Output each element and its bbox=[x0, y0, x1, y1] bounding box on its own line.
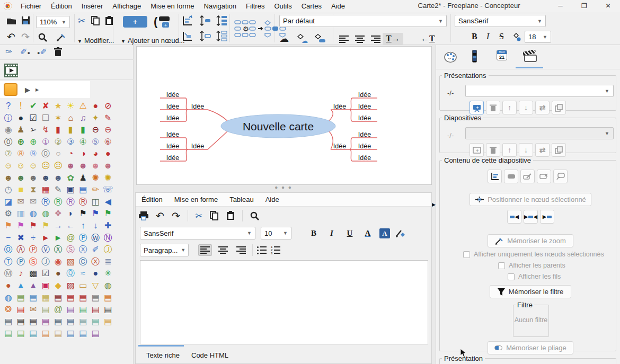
palette-icon[interactable]: ♟ bbox=[15, 124, 28, 136]
palette-icon[interactable]: ⚑ bbox=[77, 208, 90, 220]
palette-icon[interactable]: ☺ bbox=[27, 160, 40, 172]
palette-icon[interactable]: ● bbox=[15, 112, 28, 125]
add-sibling-node-button[interactable]: ＋ bbox=[123, 16, 147, 28]
cut-icon[interactable]: ✂ bbox=[78, 16, 85, 25]
node-align-center-icon[interactable] bbox=[355, 35, 365, 43]
note-paste-icon[interactable] bbox=[226, 211, 235, 220]
idea-node[interactable]: Idée bbox=[191, 103, 204, 110]
idea-node[interactable]: Idée bbox=[358, 103, 371, 110]
expand-arrow-small-icon[interactable]: ▶ bbox=[36, 87, 39, 92]
idea-node[interactable]: Idée bbox=[358, 154, 371, 162]
palette-icon[interactable]: ▮ bbox=[52, 124, 65, 136]
palette-icon[interactable]: ☻ bbox=[27, 172, 40, 184]
palette-icon[interactable]: ☻ bbox=[52, 172, 65, 184]
palette-icon[interactable]: ☐ bbox=[40, 112, 52, 125]
palette-icon[interactable]: Ⓞ bbox=[2, 244, 15, 256]
vgap-decrease-icon[interactable] bbox=[199, 31, 211, 41]
palette-icon[interactable]: ▤ bbox=[2, 327, 15, 340]
memorize-zoom-button[interactable]: Mémoriser le zoom bbox=[488, 234, 573, 247]
note-clear-format-icon[interactable] bbox=[395, 228, 406, 238]
palette-icon[interactable]: ▤ bbox=[102, 292, 114, 304]
tab-calendar-icon[interactable]: MAR21 bbox=[497, 50, 507, 60]
palette-icon[interactable]: ! bbox=[15, 100, 28, 112]
palette-icon[interactable]: ◍ bbox=[2, 292, 15, 304]
palette-icon[interactable]: ☻ bbox=[102, 160, 114, 172]
palette-icon[interactable]: ❖ bbox=[52, 208, 65, 220]
palette-icon[interactable]: ≣ bbox=[102, 256, 114, 268]
copy-presentation-button[interactable] bbox=[552, 101, 566, 114]
undo-icon[interactable]: ↶ bbox=[7, 32, 15, 42]
note-redo-icon[interactable]: ↷ bbox=[172, 210, 180, 222]
palette-icon[interactable]: ▤ bbox=[65, 292, 77, 304]
palette-icon[interactable]: ⧗ bbox=[27, 184, 40, 196]
delete-presentation-button[interactable] bbox=[486, 101, 500, 114]
palette-icon[interactable]: ▤ bbox=[52, 292, 65, 304]
palette-icon[interactable]: ② bbox=[52, 136, 65, 148]
palette-icon[interactable]: ✉ bbox=[15, 196, 28, 208]
palette-icon[interactable]: ÷ bbox=[27, 232, 40, 244]
note-menu-tableau[interactable]: Tableau bbox=[224, 194, 260, 205]
palette-icon[interactable]: ☀ bbox=[65, 100, 77, 112]
palette-icon[interactable]: Ⓝ bbox=[102, 232, 114, 244]
palette-icon[interactable]: ✏ bbox=[90, 184, 102, 196]
note-underline-icon[interactable]: U bbox=[343, 229, 356, 238]
palette-icon[interactable]: ○ bbox=[52, 148, 65, 160]
presentations-select[interactable]: ▼ bbox=[465, 85, 614, 97]
dot-brush-icon[interactable]: ●✐ bbox=[37, 47, 47, 57]
palette-icon[interactable]: Ⓜ bbox=[2, 268, 15, 280]
palette-icon[interactable]: ▤ bbox=[2, 316, 15, 328]
zoom-edit-icon[interactable] bbox=[56, 33, 66, 42]
note-search-icon[interactable] bbox=[250, 211, 259, 220]
palette-icon[interactable]: ▤ bbox=[65, 316, 77, 328]
palette-icon[interactable]: ◍ bbox=[40, 208, 52, 220]
palette-icon[interactable]: ⊕ bbox=[27, 136, 40, 148]
vgap-increase-icon[interactable] bbox=[199, 15, 211, 26]
palette-icon[interactable]: ▤ bbox=[15, 327, 28, 340]
note-cut-icon[interactable]: ✂ bbox=[196, 211, 202, 221]
palette-icon[interactable]: ▤ bbox=[15, 316, 28, 328]
palette-icon[interactable]: ● bbox=[102, 148, 114, 160]
slide-remove-node-button[interactable] bbox=[537, 170, 551, 183]
palette-icon[interactable]: ⓘ bbox=[2, 112, 15, 125]
menu-outils[interactable]: Outils bbox=[269, 1, 296, 11]
palette-icon[interactable]: ☺ bbox=[2, 160, 15, 172]
idea-node[interactable]: Idée bbox=[166, 91, 179, 99]
palette-icon[interactable]: ✉ bbox=[27, 196, 40, 208]
slide-node-button[interactable] bbox=[504, 170, 518, 183]
palette-icon[interactable]: ▨ bbox=[65, 280, 77, 292]
palette-icon[interactable]: ✳ bbox=[102, 268, 114, 280]
palette-icon[interactable]: ✚ bbox=[102, 220, 114, 232]
idea-node[interactable]: Idée bbox=[333, 143, 346, 150]
palette-icon[interactable]: ★ bbox=[52, 100, 65, 112]
copy-icon[interactable] bbox=[91, 16, 100, 25]
palette-icon[interactable]: ↓ bbox=[90, 220, 102, 232]
palette-icon[interactable]: ↯ bbox=[40, 124, 52, 136]
palette-icon[interactable]: ⓪ bbox=[2, 136, 15, 148]
root-node-label[interactable]: Nouvelle carte bbox=[243, 120, 314, 132]
palette-icon[interactable]: Ⓒ bbox=[77, 256, 90, 268]
menu-mise-en-forme[interactable]: Mise en forme bbox=[146, 1, 199, 11]
palette-icon[interactable]: Ⓙ bbox=[102, 244, 114, 256]
palette-icon[interactable]: ☻ bbox=[15, 172, 28, 184]
align-node-left-button[interactable]: ◀ bbox=[507, 210, 521, 224]
palette-icon[interactable]: ⚙ bbox=[2, 208, 15, 220]
palette-icon[interactable]: ☹ bbox=[40, 160, 52, 172]
palette-icon[interactable]: ⑨ bbox=[27, 148, 40, 160]
palette-icon[interactable]: ▤ bbox=[65, 327, 77, 340]
move-presentation-down-button[interactable]: ↓ bbox=[519, 101, 533, 114]
palette-icon[interactable]: ☏ bbox=[102, 184, 114, 196]
menu-inserer[interactable]: Insérer bbox=[77, 1, 108, 11]
film-strip-icon[interactable] bbox=[4, 64, 18, 77]
palette-icon[interactable]: ⓧ bbox=[90, 256, 102, 268]
style-select[interactable]: Par défaut▼ bbox=[279, 15, 447, 27]
palette-icon[interactable]: ▤ bbox=[27, 327, 40, 340]
palette-icon[interactable]: ⚑ bbox=[102, 208, 114, 220]
palette-icon[interactable]: ◔ bbox=[65, 148, 77, 160]
palette-icon[interactable]: Ⓟ bbox=[77, 232, 90, 244]
show-parents-checkbox[interactable]: Afficher les parents bbox=[498, 262, 565, 269]
align-node-center-button[interactable]: ▶◀ bbox=[524, 210, 538, 224]
palette-icon[interactable]: ⊖ bbox=[102, 124, 114, 136]
palette-icon[interactable]: ▤ bbox=[77, 327, 90, 340]
align-node-right-button[interactable]: ▶ bbox=[540, 210, 554, 224]
palette-icon[interactable]: ◍ bbox=[27, 208, 40, 220]
